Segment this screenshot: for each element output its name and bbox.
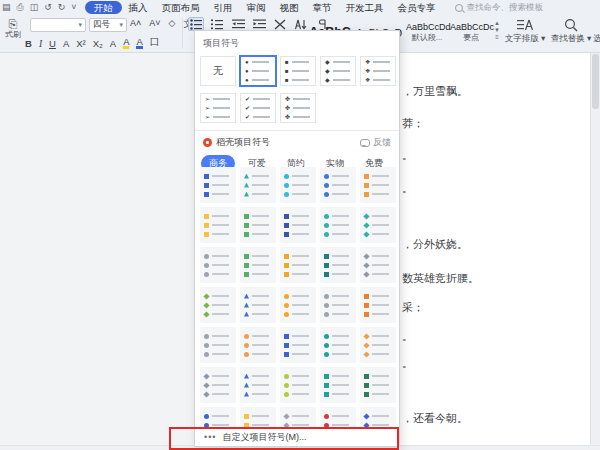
tab-开始[interactable]: 开始	[85, 1, 122, 14]
numbered-list-button[interactable]	[209, 17, 225, 31]
italic-button[interactable]: I	[39, 39, 42, 49]
docer-bullet-card-4-4[interactable]	[360, 327, 396, 363]
bullet-list-button[interactable]	[188, 17, 204, 31]
cjk-layout-button[interactable]	[272, 17, 288, 31]
docer-bullet-card-2-4[interactable]	[360, 247, 396, 283]
preset-bullet-card-1-1[interactable]: ✔✔✔	[240, 93, 276, 123]
preset-bullet-card-0-3[interactable]: ◆◆◆	[320, 56, 356, 86]
tab-审阅[interactable]: 审阅	[240, 0, 273, 15]
preset-bullet-card-0-4[interactable]: ❖❖❖	[360, 56, 396, 86]
text-effect-button[interactable]: A	[110, 38, 116, 49]
font-size-select[interactable]: 四号 ▾	[89, 18, 127, 32]
preset-none-card[interactable]: 无	[200, 56, 236, 86]
decrease-indent-button[interactable]	[230, 17, 246, 31]
docer-bullet-card-6-4[interactable]	[360, 407, 396, 429]
docer-bullet-card-3-4[interactable]	[360, 287, 396, 323]
docer-bullet-card-4-3[interactable]	[320, 327, 356, 363]
underline-button[interactable]: U	[49, 38, 56, 49]
docer-bullet-card-5-4[interactable]	[360, 367, 396, 403]
text-layout-button[interactable]: 文字排版 ▾	[502, 17, 548, 43]
preset-bullet-card-1-2[interactable]: ✤✤✤	[280, 93, 316, 123]
undo-icon[interactable]: ↺	[44, 0, 52, 15]
docer-bullet-card-2-1[interactable]	[240, 247, 276, 283]
font-name-select[interactable]: ▾	[30, 18, 86, 32]
docer-bullet-card-5-1[interactable]	[240, 367, 276, 403]
docer-bullet-card-4-0[interactable]	[200, 327, 236, 363]
bold-button[interactable]: B	[25, 38, 32, 49]
ribbon-options-icon[interactable]: ˅	[71, 0, 76, 15]
docer-bullet-card-1-0[interactable]	[200, 207, 236, 243]
docer-bullet-card-1-1[interactable]	[240, 207, 276, 243]
docer-bullet-card-2-0[interactable]	[200, 247, 236, 283]
font-color-button[interactable]: A	[136, 37, 142, 49]
docer-bullet-card-1-3[interactable]	[320, 207, 356, 243]
bullet-glyph: ◆	[325, 59, 330, 65]
docer-bullet-card-1-2[interactable]	[280, 207, 316, 243]
docer-bullet-card-0-1[interactable]	[240, 167, 276, 203]
docer-bullet-icon	[284, 254, 289, 259]
font-tool-2[interactable]: ◇	[169, 18, 176, 31]
docer-bullet-icon	[324, 392, 329, 397]
style-gallery-scroll[interactable]: ▲ ▼ ≡	[494, 20, 500, 41]
font-tool-1[interactable]: A˅	[149, 18, 160, 31]
print-preview-icon[interactable]: ◫	[30, 0, 39, 15]
customize-bullet-menu-item[interactable]: ••• 自定义项目符号(M)...	[195, 427, 399, 446]
docer-bullet-card-4-1[interactable]	[240, 327, 276, 363]
docer-bullet-card-3-1[interactable]	[240, 287, 276, 323]
docer-bullet-card-0-3[interactable]	[320, 167, 356, 203]
tab-引用[interactable]: 引用	[207, 0, 240, 15]
char-border-button[interactable]: 囗	[150, 36, 160, 49]
docer-bullet-card-5-0[interactable]	[200, 367, 236, 403]
highlight-color-button[interactable]: A	[123, 37, 129, 49]
docer-bullet-card-0-4[interactable]	[360, 167, 396, 203]
docer-bullet-card-6-2[interactable]	[280, 407, 316, 429]
preset-bullet-card-0-2[interactable]: ■■■	[280, 56, 316, 86]
docer-bullet-card-0-2[interactable]	[280, 167, 316, 203]
docer-bullet-card-6-1[interactable]	[240, 407, 276, 429]
preset-preview-row: ●	[245, 59, 275, 65]
preview-line	[253, 116, 270, 118]
tab-会员专享[interactable]: 会员专享	[391, 0, 443, 15]
preview-line	[292, 184, 309, 186]
docer-bullet-card-1-4[interactable]	[360, 207, 396, 243]
redo-icon[interactable]: ↻	[58, 0, 66, 15]
format-painter-button[interactable]: ⎘ 式刷	[0, 18, 26, 39]
tab-视图[interactable]: 视图	[273, 0, 306, 15]
docer-bullet-card-6-0[interactable]	[200, 407, 236, 429]
docer-bullet-card-3-2[interactable]	[280, 287, 316, 323]
save-icon[interactable]: ▤	[2, 0, 11, 15]
docer-bullet-card-2-3[interactable]	[320, 247, 356, 283]
sort-button[interactable]	[293, 17, 309, 31]
docer-bullet-card-3-3[interactable]	[320, 287, 356, 323]
docer-bullet-card-4-2[interactable]	[280, 327, 316, 363]
feedback-button[interactable]: 反馈	[360, 136, 391, 149]
docer-preview-row	[364, 374, 396, 379]
tab-开发工具[interactable]: 开发工具	[339, 0, 391, 15]
vertical-scrollbar[interactable]	[590, 52, 600, 446]
docer-bullet-card-0-0[interactable]	[200, 167, 236, 203]
superscript-button[interactable]: X²	[76, 38, 86, 49]
tab-插入[interactable]: 插入	[122, 0, 155, 15]
preset-bullet-card-1-0[interactable]: ➢➢➢	[200, 93, 236, 123]
docer-bullet-card-2-2[interactable]	[280, 247, 316, 283]
docer-bullet-card-5-2[interactable]	[280, 367, 316, 403]
select-button[interactable]: 选择 ▾	[590, 17, 600, 43]
tab-页面布局[interactable]: 页面布局	[155, 0, 207, 15]
preset-bullet-card-0-1[interactable]: ●●●	[240, 56, 276, 86]
docer-bullet-card-3-0[interactable]	[200, 287, 236, 323]
tab-章节[interactable]: 章节	[306, 0, 339, 15]
scrollbar-thumb[interactable]	[592, 54, 599, 109]
increase-indent-button[interactable]	[251, 17, 267, 31]
style-item-4[interactable]: AaBbCcDc 要点	[450, 22, 492, 42]
command-search[interactable]: 查找命令、搜索模板	[455, 2, 544, 14]
docer-bullet-card-5-3[interactable]	[320, 367, 356, 403]
font-tool-0[interactable]: A˄	[130, 18, 141, 31]
char-style-button[interactable]: A	[63, 38, 69, 49]
docer-bullet-card-6-3[interactable]	[320, 407, 356, 429]
print-icon[interactable]: ⎙	[17, 0, 24, 15]
style-item-3[interactable]: AaBbCcDd 默认段...	[406, 22, 448, 42]
preview-line	[372, 255, 389, 257]
subscript-button[interactable]: X₂	[93, 38, 103, 49]
docer-preview-row	[364, 223, 396, 228]
find-replace-button[interactable]: 查找替换 ▾	[550, 17, 592, 43]
